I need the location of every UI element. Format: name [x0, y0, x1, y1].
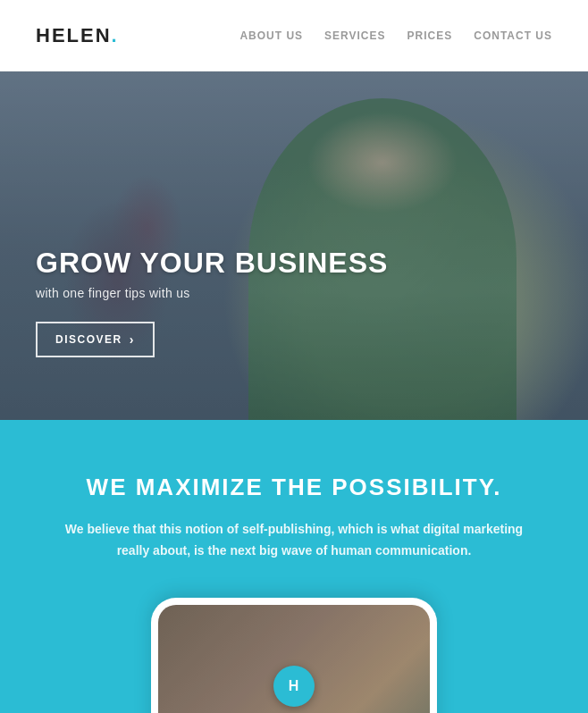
- hero-content: GROW YOUR BUSINESS with one finger tips …: [36, 247, 388, 357]
- discover-button[interactable]: DISCOVER ›: [36, 322, 155, 357]
- phone-play-button[interactable]: H: [273, 666, 315, 707]
- discover-button-label: DISCOVER: [55, 333, 122, 346]
- logo-text: HELEN: [36, 24, 112, 46]
- nav-item-services[interactable]: SERVICES: [324, 29, 385, 42]
- logo-dot: .: [112, 24, 119, 46]
- blue-section: WE MAXIMIZE THE POSSIBILITY. We believe …: [0, 420, 588, 713]
- phone-screen: H: [158, 605, 430, 713]
- blue-section-description: We believe that this notion of self-publ…: [62, 519, 526, 562]
- phone-container: ‹ H ›: [36, 598, 552, 713]
- nav-item-about[interactable]: ABOUT US: [239, 29, 303, 42]
- hero-subtitle: with one finger tips with us: [36, 286, 388, 300]
- play-label: H: [289, 678, 300, 694]
- hero-overlay: [0, 71, 588, 420]
- site-logo[interactable]: HELEN.: [36, 24, 119, 47]
- hero-section: GROW YOUR BUSINESS with one finger tips …: [0, 71, 588, 420]
- site-header: HELEN. ABOUT US SERVICES PRICES CONTACT …: [0, 0, 588, 71]
- hero-title: GROW YOUR BUSINESS: [36, 247, 388, 279]
- nav-item-contact[interactable]: CONTACT US: [474, 29, 552, 42]
- phone-mockup: H: [151, 598, 437, 713]
- main-nav: ABOUT US SERVICES PRICES CONTACT US: [239, 29, 552, 42]
- blue-section-title: WE MAXIMIZE THE POSSIBILITY.: [36, 474, 552, 501]
- arrow-icon: ›: [130, 332, 135, 347]
- nav-item-prices[interactable]: PRICES: [407, 29, 453, 42]
